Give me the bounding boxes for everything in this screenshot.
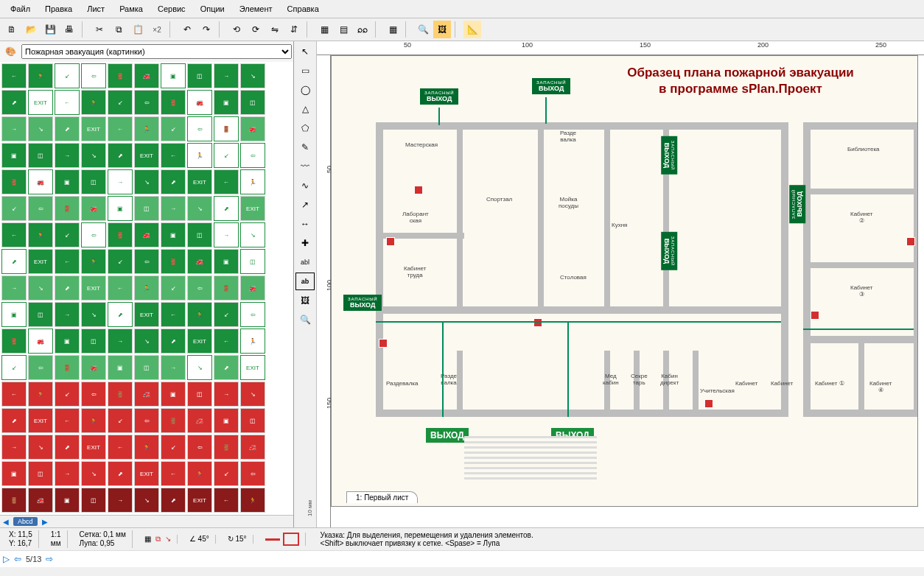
symbol-tile[interactable]: 🚒 xyxy=(187,249,212,274)
text-ab-icon[interactable]: ab xyxy=(295,273,315,290)
symbol-tile[interactable]: ↙ xyxy=(161,435,186,460)
menu-help[interactable]: Справка xyxy=(280,1,326,16)
symbol-tile[interactable]: ▣ xyxy=(161,382,186,407)
nav-prev-icon[interactable]: ◀ xyxy=(3,518,9,526)
symbol-tile[interactable]: ⬈ xyxy=(214,355,239,380)
symbol-tile[interactable]: 🚒 xyxy=(134,63,159,88)
symbol-tile[interactable]: EXIT xyxy=(187,329,212,354)
x2-dup-icon[interactable]: ×2 xyxy=(148,21,166,38)
symbol-tile[interactable]: ◫ xyxy=(134,355,159,380)
rect-icon[interactable]: ▭ xyxy=(295,62,315,80)
symbol-tile[interactable]: ▣ xyxy=(55,169,80,194)
symbol-tile[interactable]: 🏃 xyxy=(28,382,53,407)
symbol-tile[interactable]: ↘ xyxy=(81,143,106,168)
symbol-grid[interactable]: ←🏃↙⇦🚪🚒▣◫→↘⬈EXIT←🏃↙⇦🚪🚒▣◫→↘⬈EXIT←🏃↙⇦🚪🚒▣◫→↘… xyxy=(0,62,293,515)
symbol-tile[interactable]: EXIT xyxy=(81,275,106,301)
paste-icon[interactable]: 📋 xyxy=(129,21,147,38)
symbol-tile[interactable]: → xyxy=(1,435,27,460)
symbol-tile[interactable]: ↙ xyxy=(214,302,239,327)
symbol-tile[interactable]: ← xyxy=(161,461,186,486)
symbol-tile[interactable]: 🚪 xyxy=(108,222,133,247)
sheet-tab[interactable]: 1: Первый лист xyxy=(346,491,418,503)
symbol-tile[interactable]: ↘ xyxy=(28,275,53,301)
symbol-tile[interactable]: ↘ xyxy=(134,488,159,513)
redo-icon[interactable]: ↷ xyxy=(197,21,215,38)
symbol-tile[interactable]: ← xyxy=(108,435,133,460)
symbol-tile[interactable]: ↙ xyxy=(214,461,239,486)
symbol-tile[interactable]: ◫ xyxy=(28,302,53,327)
menu-service[interactable]: Сервис xyxy=(150,1,193,16)
symbol-tile[interactable]: ◫ xyxy=(28,143,53,168)
arrow-icon[interactable]: ↗ xyxy=(295,196,315,214)
symbol-tile[interactable]: ⬈ xyxy=(161,488,186,513)
symbol-tile[interactable]: 🚒 xyxy=(28,169,53,194)
grid-icon[interactable]: ▦ xyxy=(384,21,402,38)
symbol-tile[interactable]: ↘ xyxy=(81,302,106,327)
print-icon[interactable]: 🖶 xyxy=(60,21,78,38)
symbol-tile[interactable]: ↘ xyxy=(240,222,265,247)
symbol-tile[interactable]: ← xyxy=(1,63,27,88)
symbol-tile[interactable]: → xyxy=(214,222,239,247)
symbol-tile[interactable]: ▣ xyxy=(108,355,133,380)
symbol-tile[interactable]: ← xyxy=(108,116,133,141)
symbol-tile[interactable]: ◫ xyxy=(81,169,106,194)
symbol-tile[interactable]: → xyxy=(1,116,27,141)
symbol-tile[interactable]: 🚪 xyxy=(55,355,80,380)
text-abl-icon[interactable]: abl xyxy=(295,253,315,271)
symbol-tile[interactable]: ↙ xyxy=(161,275,186,301)
symbol-tile[interactable]: EXIT xyxy=(134,302,159,327)
symbol-tile[interactable]: ← xyxy=(214,488,239,513)
symbol-tile[interactable]: 🚪 xyxy=(1,488,27,513)
copy-icon[interactable]: ⧉ xyxy=(110,21,127,38)
symbol-tile[interactable]: ↘ xyxy=(28,116,53,141)
symbol-tile[interactable]: ⇦ xyxy=(134,90,159,115)
symbol-tile[interactable]: ⇦ xyxy=(81,382,106,407)
symbol-tile[interactable]: → xyxy=(108,329,133,354)
symbol-tile[interactable]: ← xyxy=(214,329,239,354)
symbol-tile[interactable]: ▣ xyxy=(1,302,27,327)
symbol-tile[interactable]: → xyxy=(161,355,186,380)
symbol-tile[interactable]: 🏃 xyxy=(28,222,53,247)
symbol-tile[interactable]: ← xyxy=(55,408,80,433)
symbol-tile[interactable]: EXIT xyxy=(187,488,212,513)
symbol-tile[interactable]: ← xyxy=(55,90,80,115)
symbol-tile[interactable]: 🚒 xyxy=(187,90,212,115)
symbol-tile[interactable]: ⇦ xyxy=(240,143,265,168)
plus-node-icon[interactable]: ✚ xyxy=(295,234,315,252)
cut-icon[interactable]: ✂ xyxy=(91,21,108,38)
symbol-tile[interactable]: 🚪 xyxy=(1,169,27,194)
snap-endpoint-icon[interactable]: ↘ xyxy=(165,535,171,544)
preview-icon[interactable]: 🖼 xyxy=(433,21,451,38)
symbol-tile[interactable]: ◫ xyxy=(81,329,106,354)
symbol-tile[interactable]: ⬈ xyxy=(161,169,186,194)
symbol-tile[interactable]: 🏃 xyxy=(240,329,265,354)
symbol-tile[interactable]: ◫ xyxy=(240,249,265,274)
symbol-tile[interactable]: 🚪 xyxy=(161,408,186,433)
symbol-tile[interactable]: ⬈ xyxy=(214,196,239,221)
pager-next-icon[interactable]: ⇨ xyxy=(46,554,53,564)
symbol-tile[interactable]: → xyxy=(161,196,186,221)
symbol-tile[interactable]: ▣ xyxy=(161,222,186,247)
find-icon[interactable]: ⌕⌕ xyxy=(354,21,371,38)
menu-sheet[interactable]: Лист xyxy=(80,1,112,16)
symbol-tile[interactable]: EXIT xyxy=(28,90,53,115)
symbol-tile[interactable]: 🚒 xyxy=(187,408,212,433)
symbol-tile[interactable]: ← xyxy=(55,249,80,274)
symbol-tile[interactable]: ◫ xyxy=(240,90,265,115)
symbol-tile[interactable]: ◫ xyxy=(187,222,212,247)
symbol-tile[interactable]: ▣ xyxy=(55,329,80,354)
rotate-right-icon[interactable]: ⟳ xyxy=(247,21,265,38)
symbol-tile[interactable]: ↙ xyxy=(214,143,239,168)
menu-element[interactable]: Элемент xyxy=(232,1,280,16)
symbol-tile[interactable]: ⇦ xyxy=(240,302,265,327)
symbol-tile[interactable]: ◫ xyxy=(240,408,265,433)
symbol-tile[interactable]: ↙ xyxy=(108,408,133,433)
status-angle15[interactable]: ↻ 15° xyxy=(222,535,253,544)
symbol-tile[interactable]: EXIT xyxy=(187,169,212,194)
align-group-icon[interactable]: ▦ xyxy=(315,21,333,38)
symbol-tile[interactable]: 🚪 xyxy=(214,275,239,301)
symbol-tile[interactable]: ↘ xyxy=(81,461,106,486)
symbol-tile[interactable]: ↘ xyxy=(28,435,53,460)
symbol-tile[interactable]: ◫ xyxy=(187,63,212,88)
symbol-tile[interactable]: 🏃 xyxy=(81,249,106,274)
